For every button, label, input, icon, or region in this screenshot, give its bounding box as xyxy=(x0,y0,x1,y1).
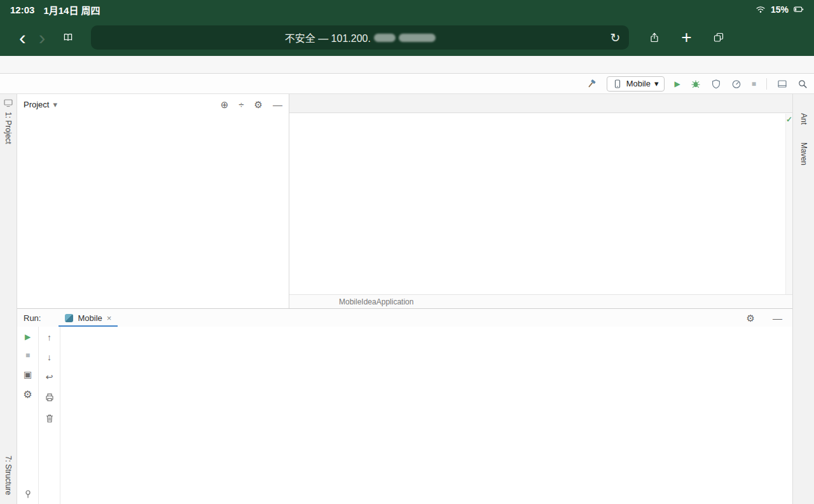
chevron-down-icon[interactable]: ▾ xyxy=(53,100,57,109)
new-tab-button[interactable]: + xyxy=(681,29,691,46)
right-tool-stripe: Ant Maven xyxy=(792,94,814,504)
run-header-icons: ⚙ — xyxy=(747,313,792,323)
address-bar[interactable]: 不安全 — 101.200. ↻ xyxy=(91,25,629,50)
tabs-button[interactable] xyxy=(714,32,724,43)
app-icon xyxy=(65,314,73,322)
restore-layout-button[interactable]: ▣ xyxy=(24,370,32,379)
minimize-button[interactable]: — xyxy=(773,313,782,323)
gear-icon[interactable]: ⚙ xyxy=(747,313,755,323)
status-date: 1月14日 周四 xyxy=(43,3,100,17)
share-button[interactable] xyxy=(649,32,659,43)
rerun-button[interactable]: ▶ xyxy=(25,333,31,341)
address-redacted-2 xyxy=(399,34,436,42)
tool-stripe-project[interactable]: 1: Project xyxy=(4,112,13,144)
toolbar-divider xyxy=(766,78,767,90)
battery-percent: 15% xyxy=(771,4,789,15)
tool-stripe-structure[interactable]: 7: Structure xyxy=(4,456,13,495)
left-tool-stripe: 1: Project 7: Structure xyxy=(0,94,17,504)
run-body: ▶ ■ ▣ ⚙ ↑ ↓ ↩ xyxy=(17,327,792,504)
build-button[interactable] xyxy=(586,79,597,89)
reload-button[interactable]: ↻ xyxy=(610,31,620,45)
stop-button[interactable]: ■ xyxy=(752,80,756,88)
tool-stripe-ant[interactable]: Ant xyxy=(799,113,808,125)
reading-list-icon[interactable] xyxy=(63,32,73,43)
run-tab-label: Mobile xyxy=(78,313,102,323)
project-title[interactable]: Project xyxy=(24,100,49,109)
coverage-button[interactable] xyxy=(711,79,721,89)
run-toolbar-console: ↑ ↓ ↩ xyxy=(39,327,60,504)
run-button[interactable]: ▶ xyxy=(675,80,680,88)
inspections-ok-icon: ✓ xyxy=(786,116,792,123)
search-icon[interactable] xyxy=(797,79,808,89)
collapse-all-button[interactable]: ÷ xyxy=(238,100,244,109)
project-tool-window: Project ▾ ⊕ ÷ ⚙ — xyxy=(17,94,289,308)
status-time: 12:03 xyxy=(10,4,34,15)
gear-icon[interactable]: ⚙ xyxy=(254,100,263,109)
code-editor[interactable] xyxy=(289,113,792,294)
editor-row: Project ▾ ⊕ ÷ ⚙ — Mobile xyxy=(17,94,792,308)
run-label: Run: xyxy=(24,313,41,323)
status-right: 15% xyxy=(755,4,804,15)
run-config-label: Mobile xyxy=(626,79,651,88)
run-tab-mobile[interactable]: Mobile × xyxy=(59,309,118,327)
run-config-icon xyxy=(612,79,623,89)
screen: 12:03 1月14日 周四 15% ‹ › 不安全 — 101.200. ↻ … xyxy=(0,0,814,504)
chevron-down-icon: ▾ xyxy=(654,79,659,88)
console-output[interactable] xyxy=(60,327,792,504)
close-icon[interactable]: × xyxy=(107,314,112,322)
editor-scrollbar[interactable]: ✓ xyxy=(785,114,792,294)
down-stack-trace-button[interactable]: ↓ xyxy=(47,353,52,362)
tool-stripe-maven[interactable]: Maven xyxy=(799,142,808,165)
forward-button[interactable]: › xyxy=(32,27,52,48)
gear-icon[interactable]: ⚙ xyxy=(23,390,32,400)
wifi-icon xyxy=(755,4,766,15)
locate-file-button[interactable]: ⊕ xyxy=(221,100,229,109)
workspace: 1: Project 7: Structure Project ▾ ⊕ ÷ ⚙ … xyxy=(0,94,814,504)
run-config-select[interactable]: Mobile ▾ xyxy=(607,76,665,92)
hide-panel-button[interactable]: — xyxy=(273,100,282,109)
layout-button[interactable] xyxy=(777,79,787,89)
project-header-icons: ⊕ ÷ ⚙ — xyxy=(221,100,282,109)
project-header: Project ▾ ⊕ ÷ ⚙ — xyxy=(17,94,289,115)
toolbar-actions: Mobile ▾ ▶ ■ xyxy=(586,76,808,92)
stop-button[interactable]: ■ xyxy=(25,351,30,359)
editor-breadcrumb[interactable]: MobileIdeaApplication xyxy=(289,294,792,308)
editor: MobileIdeaApplication ✓ xyxy=(289,94,792,308)
profiler-button[interactable] xyxy=(731,79,742,89)
soft-wrap-button[interactable]: ↩ xyxy=(46,372,53,381)
center-area: Project ▾ ⊕ ÷ ⚙ — Mobile xyxy=(17,94,792,504)
up-stack-trace-button[interactable]: ↑ xyxy=(47,333,52,342)
clear-console-button[interactable] xyxy=(45,413,55,423)
tool-window-icon xyxy=(3,98,13,108)
battery-icon xyxy=(794,4,804,15)
run-header: Run: Mobile × ⚙ — xyxy=(17,309,792,327)
menu-bar xyxy=(0,56,814,74)
address-redacted-1 xyxy=(374,34,396,42)
print-button[interactable] xyxy=(45,392,55,402)
browser-actions: + xyxy=(649,29,723,46)
browser-toolbar: ‹ › 不安全 — 101.200. ↻ + xyxy=(0,19,814,56)
pin-tab-button[interactable] xyxy=(23,489,33,499)
run-tool-window: Run: Mobile × ⚙ — ▶ ■ ▣ xyxy=(17,308,792,504)
project-tree xyxy=(17,115,289,308)
address-text: 不安全 — 101.200. xyxy=(285,30,371,45)
back-button[interactable]: ‹ xyxy=(13,27,32,48)
navigation-bar: Mobile ▾ ▶ ■ xyxy=(0,74,814,94)
debug-button[interactable] xyxy=(691,79,701,89)
editor-tab-bar xyxy=(289,94,792,113)
run-toolbar-primary: ▶ ■ ▣ ⚙ xyxy=(17,327,39,504)
ios-status-bar: 12:03 1月14日 周四 15% xyxy=(0,0,814,19)
